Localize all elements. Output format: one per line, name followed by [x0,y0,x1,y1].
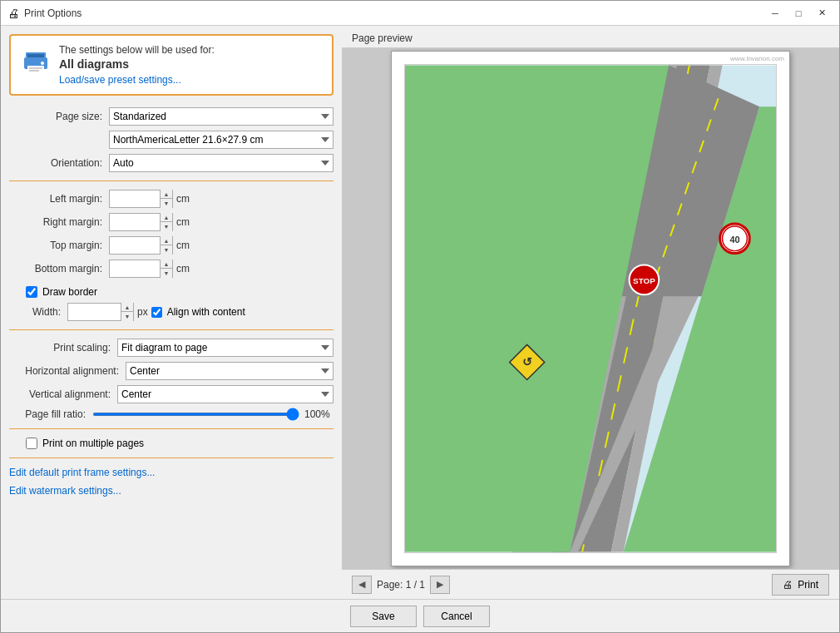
bottom-margin-label: Bottom margin: [9,263,109,274]
width-field[interactable]: 1.00 [68,304,121,320]
top-margin-up[interactable]: ▲ [161,236,172,245]
width-down[interactable]: ▼ [121,312,133,321]
orientation-select[interactable]: Auto Portrait Landscape [109,154,334,172]
load-save-preset-link[interactable]: Load/save preset settings... [59,74,181,86]
align-with-content-checkbox[interactable] [151,307,162,318]
title-bar-left: 🖨 Print Options [7,7,82,20]
vertical-alignment-label: Vertical alignment: [9,388,117,400]
preview-area: www.Invarion.com [342,48,839,569]
left-margin-up[interactable]: ▲ [161,190,172,199]
vertical-alignment-row: Vertical alignment: Center Top Bottom [9,385,334,403]
margins-section: Left margin: 0.93 ▲ ▼ cm Right margin: 0… [9,190,334,278]
multiple-pages-row: Print on multiple pages [9,438,334,449]
multiple-pages-label[interactable]: Print on multiple pages [42,438,144,449]
orientation-select-container: Auto Portrait Landscape [109,154,334,172]
page-preview-paper: www.Invarion.com [391,51,790,566]
left-margin-field[interactable]: 0.93 [110,190,160,207]
vertical-alignment-select-container: Center Top Bottom [117,385,334,403]
print-button[interactable]: 🖨 Print [772,574,829,596]
window-title: Print Options [24,7,82,19]
align-with-content-label[interactable]: Align with content [167,306,245,318]
separator-2 [9,329,334,330]
top-margin-unit: cm [176,240,190,251]
page-fill-ratio-label: Page fill ratio: [9,408,92,420]
slider-container: 100% [92,408,334,420]
close-button[interactable]: ✕ [811,5,833,22]
top-margin-arrows: ▲ ▼ [160,236,172,255]
page-fill-value: 100% [304,408,334,420]
page-preview-inner: STOP 40 [404,64,777,553]
maximize-icon: □ [796,8,802,18]
bottom-margin-up[interactable]: ▲ [161,260,172,269]
svg-rect-5 [29,67,42,69]
print-scaling-select-container: Fit diagram to page Actual size Custom [117,339,334,357]
svg-point-4 [41,62,44,65]
title-controls: ─ □ ✕ [764,5,833,22]
width-unit: px [137,306,148,318]
horizontal-alignment-select-container: Center Left Right [126,362,334,380]
next-page-icon: ▶ [437,579,443,590]
print-icon: 🖨 [783,579,793,591]
prev-page-button[interactable]: ◀ [352,576,372,594]
right-margin-down[interactable]: ▼ [161,222,172,231]
width-label: Width: [26,306,67,318]
bottom-margin-unit: cm [176,263,190,274]
separator-1 [9,181,334,181]
print-scaling-label: Print scaling: [9,342,117,354]
edit-watermark-link[interactable]: Edit watermark settings... [9,485,334,497]
right-margin-input: 0.93 ▲ ▼ [109,213,173,231]
preview-header: Page preview [342,26,839,48]
paper-type-row: NorthAmericaLetter 21.6×27.9 cm A4 A3 [9,131,334,149]
align-with-content-container: Align with content [151,306,245,318]
top-margin-row: Top margin: 0.93 ▲ ▼ cm [9,236,334,255]
bottom-margin-field[interactable]: 0.93 [110,260,160,277]
separator-3 [9,428,334,429]
horizontal-alignment-select[interactable]: Center Left Right [126,362,334,380]
page-size-row: Page size: Standarized Custom [9,107,334,126]
left-margin-down[interactable]: ▼ [161,199,172,208]
svg-text:STOP: STOP [633,276,655,285]
paper-type-select-container: NorthAmericaLetter 21.6×27.9 cm A4 A3 [109,131,334,149]
maximize-button[interactable]: □ [788,5,809,22]
right-margin-arrows: ▲ ▼ [160,213,172,231]
next-page-button[interactable]: ▶ [430,576,450,594]
print-options-window: 🖨 Print Options ─ □ ✕ [0,0,840,633]
page-size-section: Page size: Standarized Custom NorthAmeri… [9,107,334,172]
bottom-margin-arrows: ▲ ▼ [160,260,172,278]
link-section: Edit default print frame settings... Edi… [9,467,334,497]
cancel-button[interactable]: Cancel [423,606,490,627]
title-bar: 🖨 Print Options ─ □ ✕ [1,1,839,26]
top-margin-down[interactable]: ▼ [161,245,172,255]
page-fill-slider[interactable] [92,413,299,416]
left-margin-label: Left margin: [9,193,109,205]
draw-border-label[interactable]: Draw border [42,286,97,298]
svg-rect-3 [27,54,44,57]
bottom-margin-down[interactable]: ▼ [161,269,172,278]
page-indicator: Page: 1 / 1 [377,579,425,591]
print-scaling-select[interactable]: Fit diagram to page Actual size Custom [117,339,334,357]
top-margin-field[interactable]: 0.93 [110,237,160,254]
svg-text:↺: ↺ [522,355,532,368]
horizontal-alignment-row: Horizontal alignment: Center Left Right [9,362,334,380]
print-label: Print [798,579,818,591]
vertical-alignment-select[interactable]: Center Top Bottom [117,385,334,403]
right-margin-row: Right margin: 0.93 ▲ ▼ cm [9,213,334,231]
width-up[interactable]: ▲ [121,303,133,312]
stop-sign: STOP [630,265,660,294]
right-panel: Page preview www.Invarion.com [342,26,839,599]
window-icon: 🖨 [7,7,19,20]
minimize-button[interactable]: ─ [764,5,786,22]
edit-default-frame-link[interactable]: Edit default print frame settings... [9,467,334,478]
paper-type-select[interactable]: NorthAmericaLetter 21.6×27.9 cm A4 A3 [109,131,334,149]
multiple-pages-checkbox[interactable] [26,438,37,449]
save-button[interactable]: Save [350,606,417,627]
page-size-select-container: Standarized Custom [109,107,334,126]
page-size-select[interactable]: Standarized Custom [109,107,334,126]
right-margin-label: Right margin: [9,216,109,228]
right-margin-up[interactable]: ▲ [161,213,172,222]
svg-text:40: 40 [729,235,739,245]
left-margin-arrows: ▲ ▼ [160,190,172,208]
draw-border-checkbox[interactable] [26,286,37,298]
right-margin-field[interactable]: 0.93 [110,214,160,230]
info-box: The settings below will be used for: All… [9,34,334,96]
